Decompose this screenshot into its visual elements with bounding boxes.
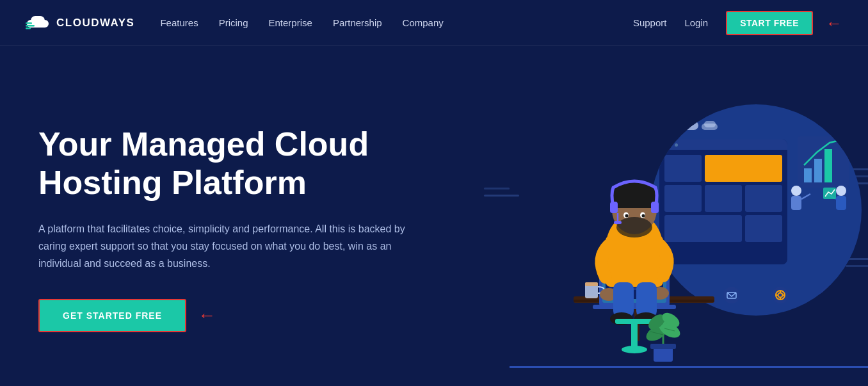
nav-link-login[interactable]: Login	[684, 17, 708, 28]
svg-rect-15	[791, 196, 801, 210]
svg-rect-3	[26, 25, 35, 27]
svg-rect-56	[651, 202, 659, 213]
navbar-left: CLOUDWAYS Features Pricing Enterprise Pa…	[26, 13, 444, 33]
nav-item-partnership[interactable]: Partnership	[333, 17, 382, 29]
nav-item-pricing[interactable]: Pricing	[219, 17, 248, 29]
nav-right-links: Support Login	[633, 17, 708, 29]
svg-rect-2	[26, 22, 32, 24]
hero-section: Your Managed Cloud Hosting Platform A pl…	[0, 46, 868, 386]
svg-rect-11	[814, 159, 822, 182]
nav-link-partnership[interactable]: Partnership	[333, 17, 382, 28]
navbar-right: Support Login START FREE ←	[633, 11, 842, 35]
nav-link-pricing[interactable]: Pricing	[219, 17, 248, 28]
lifebuoy-icon	[771, 286, 789, 304]
svg-rect-73	[650, 344, 676, 349]
person-desk-illustration	[510, 124, 746, 367]
svg-line-16	[801, 194, 810, 199]
hero-title-line1: Your Managed Cloud	[38, 125, 369, 163]
svg-point-25	[772, 287, 789, 303]
svg-rect-65	[613, 282, 634, 318]
get-started-arrow-indicator: ←	[198, 305, 216, 326]
svg-rect-1	[31, 16, 45, 25]
clock-icon	[819, 286, 837, 304]
svg-rect-18	[836, 196, 846, 210]
svg-rect-48	[585, 282, 598, 286]
nav-link-features[interactable]: Features	[160, 17, 198, 28]
hero-illustration: 📞	[510, 92, 868, 386]
nav-item-company[interactable]: Company	[403, 17, 444, 29]
nav-item-support[interactable]: Support	[633, 17, 667, 29]
hero-title-line2: Hosting Platform	[38, 164, 307, 201]
svg-rect-12	[824, 149, 832, 182]
svg-point-54	[616, 217, 652, 237]
nav-link-support[interactable]: Support	[633, 17, 667, 28]
svg-point-61	[625, 214, 629, 218]
cloudways-logo-icon	[26, 13, 50, 33]
svg-rect-53	[612, 195, 657, 208]
get-started-button[interactable]: GET STARTED FREE	[38, 299, 186, 332]
nav-link-enterprise[interactable]: Enterprise	[269, 17, 312, 28]
svg-point-14	[791, 186, 801, 196]
start-free-arrow-indicator: ←	[826, 15, 842, 31]
svg-rect-58	[614, 221, 622, 224]
navbar: CLOUDWAYS Features Pricing Enterprise Pa…	[0, 0, 868, 46]
svg-rect-4	[26, 28, 31, 29]
logo-text: CLOUDWAYS	[56, 17, 134, 29]
svg-rect-55	[610, 202, 618, 213]
cta-row: GET STARTED FREE ←	[38, 299, 410, 332]
business-people-illustration	[785, 130, 855, 232]
nav-links: Features Pricing Enterprise Partnership …	[160, 17, 443, 29]
nav-link-company[interactable]: Company	[403, 17, 444, 28]
hero-title: Your Managed Cloud Hosting Platform	[38, 125, 410, 202]
svg-rect-10	[804, 168, 812, 182]
plant-illustration	[638, 298, 689, 368]
logo[interactable]: CLOUDWAYS	[26, 13, 134, 33]
hero-content: Your Managed Cloud Hosting Platform A pl…	[38, 125, 410, 332]
nav-item-login[interactable]: Login	[684, 17, 708, 29]
start-free-button[interactable]: START FREE	[726, 11, 813, 35]
bottom-decorative-line	[510, 366, 868, 368]
nav-item-enterprise[interactable]: Enterprise	[269, 17, 312, 29]
svg-point-62	[642, 214, 645, 218]
svg-point-17	[836, 186, 846, 196]
hero-description: A platform that facilitates choice, simp…	[38, 220, 410, 273]
nav-item-features[interactable]: Features	[160, 17, 198, 29]
